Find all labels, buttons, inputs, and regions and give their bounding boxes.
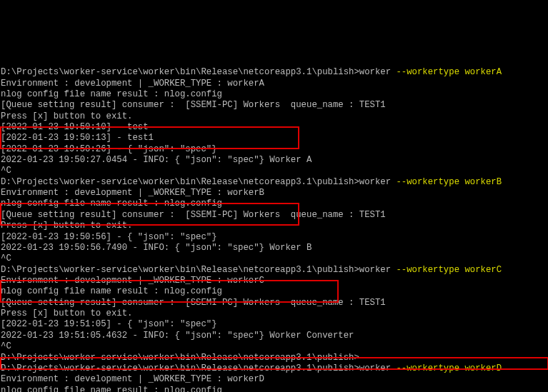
terminal-output[interactable]: D:\Projects\worker-service\worker\bin\Re… xyxy=(0,55,548,392)
nlog-line: nlog config file name result : nlog.conf… xyxy=(1,386,222,392)
ctrl-c: ^C xyxy=(1,341,11,351)
log-json-line: [2022-01-23 19:50:26] - { "json": "spec"… xyxy=(1,144,217,154)
cmd-flag: --workertype workerA xyxy=(396,67,502,77)
prompt-path: D:\Projects\worker-service\worker\bin\Re… xyxy=(1,67,359,77)
ctrl-c: ^C xyxy=(1,253,11,263)
log-info-line: 2022-01-23 19:50:27.0454 - INFO: { "json… xyxy=(1,155,312,165)
nlog-line: nlog config file name result : nlog.conf… xyxy=(1,198,222,208)
cmd-exec: worker xyxy=(359,67,397,77)
ctrl-c: ^C xyxy=(1,166,11,176)
env-line: Environment : development | _WORKER_TYPE… xyxy=(1,374,264,384)
nlog-line: nlog config file name result : nlog.conf… xyxy=(1,89,222,99)
press-line: Press [x] button to exit. xyxy=(1,221,132,231)
cmd-flag: --workertype workerB xyxy=(396,177,502,187)
log-json-line: [2022-01-23 19:50:56] - { "json": "spec"… xyxy=(1,232,217,242)
nlog-line: nlog config file name result : nlog.conf… xyxy=(1,286,222,296)
env-line: Environment : development | _WORKER_TYPE… xyxy=(1,276,264,286)
log-info-line: 2022-01-23 19:50:56.7490 - INFO: { "json… xyxy=(1,243,312,253)
press-line: Press [x] button to exit. xyxy=(1,308,132,318)
cmd-flag: --workertype workerD xyxy=(396,363,502,373)
cmd-exec: worker xyxy=(359,177,397,187)
prompt-path: D:\Projects\worker-service\worker\bin\Re… xyxy=(1,353,359,363)
queue-line: [Queue setting result] consumer : [SSEMI… xyxy=(1,298,386,308)
cmd-exec: worker xyxy=(359,363,397,373)
prompt-path: D:\Projects\worker-service\worker\bin\Re… xyxy=(1,177,359,187)
env-line: Environment : development | _WORKER_TYPE… xyxy=(1,188,264,198)
press-line: Press [x] button to exit. xyxy=(1,111,132,121)
queue-line: [Queue setting result] consumer : [SSEMI… xyxy=(1,210,386,220)
prompt-path: D:\Projects\worker-service\worker\bin\Re… xyxy=(1,265,359,275)
cmd-exec: worker xyxy=(359,265,397,275)
log-line: [2022-01-23 19:50:13] - test1 xyxy=(1,133,154,143)
log-json-line: [2022-01-23 19:51:05] - { "json": "spec"… xyxy=(1,319,217,329)
log-line: [2022-01-23 19:50:10] - test xyxy=(1,122,149,132)
queue-line: [Queue setting result] consumer : [SSEMI… xyxy=(1,100,386,110)
log-info-line: 2022-01-23 19:51:05.4632 - INFO: { "json… xyxy=(1,331,354,341)
prompt-path: D:\Projects\worker-service\worker\bin\Re… xyxy=(1,363,359,373)
env-line: Environment : development | _WORKER_TYPE… xyxy=(1,79,264,89)
cmd-flag: --workertype workerC xyxy=(396,265,502,275)
